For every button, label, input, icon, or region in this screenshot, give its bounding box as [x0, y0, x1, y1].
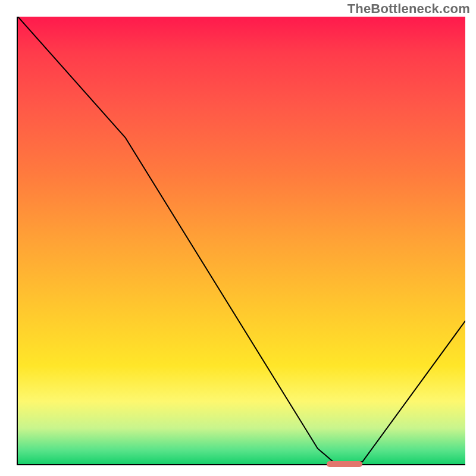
bottleneck-curve	[18, 17, 465, 464]
attribution-watermark: TheBottleneck.com	[347, 1, 470, 17]
plot-area	[17, 17, 465, 465]
chart-container: TheBottleneck.com	[0, 0, 476, 476]
optimal-range-marker	[327, 461, 362, 467]
